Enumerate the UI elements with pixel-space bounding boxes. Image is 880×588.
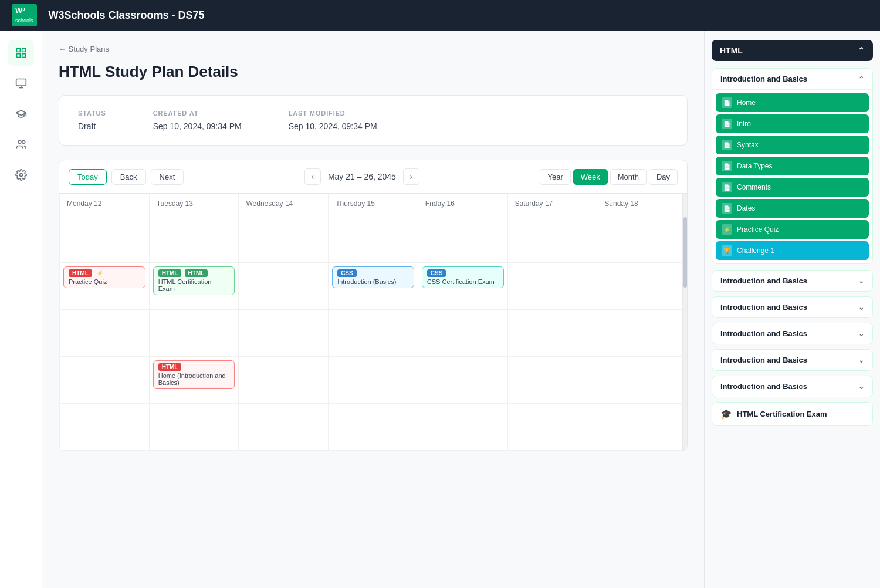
month-view-btn[interactable]: Month	[610, 169, 647, 185]
svg-point-7	[18, 140, 21, 143]
day-header-friday: Friday 16	[418, 194, 508, 214]
cell-friday-r1	[418, 214, 508, 263]
cert-icon: 🎓	[720, 408, 732, 420]
cell-sunday-r3	[597, 310, 687, 357]
cell-wednesday-r1	[239, 214, 329, 263]
sidebar-item-settings[interactable]	[8, 162, 34, 188]
collapsed-chevron-2: ⌄	[858, 303, 864, 312]
lesson-icon-comments: 📄	[722, 182, 732, 192]
calendar-toolbar: Today Back Next ‹ May 21 – 26, 2045 › Ye…	[59, 160, 687, 194]
cell-thursday-r1	[329, 214, 418, 263]
next-button[interactable]: Next	[151, 169, 184, 185]
cell-thursday-r4	[329, 357, 418, 404]
cell-tuesday-r4: HTML Home (Introduction and Basics)	[150, 357, 239, 404]
collapsed-title-1: Introduction and Basics	[720, 276, 807, 285]
lesson-icon-dates: 📄	[722, 203, 732, 214]
challenge-icon: 🏆	[722, 245, 732, 256]
cell-monday-r1	[60, 214, 150, 263]
module-item-intro[interactable]: 📄 Intro	[716, 114, 869, 133]
scrollbar-thumb[interactable]	[683, 217, 687, 288]
module-item-home[interactable]: 📄 Home	[716, 93, 869, 112]
cell-tuesday-r3	[150, 310, 239, 357]
cell-tuesday-r5	[150, 404, 239, 451]
item-label-quiz: Practice Quiz	[737, 225, 779, 234]
svg-rect-4	[16, 79, 26, 86]
collapsed-title-5: Introduction and Basics	[720, 382, 807, 391]
collapsed-module-3[interactable]: Introduction and Basics ⌄	[712, 323, 873, 344]
event-home-intro-basics[interactable]: HTML Home (Introduction and Basics)	[153, 360, 235, 389]
event-intro-basics[interactable]: CSS Introduction (Basics)	[332, 266, 414, 288]
collapsed-module-2[interactable]: Introduction and Basics ⌄	[712, 296, 873, 318]
date-range: May 21 – 26, 2045	[328, 172, 396, 181]
dropdown-chevron-icon: ⌃	[858, 46, 865, 55]
item-label-intro: Intro	[737, 120, 751, 128]
page-title: HTML Study Plan Details	[59, 63, 688, 81]
collapsed-module-4[interactable]: Introduction and Basics ⌄	[712, 349, 873, 371]
module-item-syntax[interactable]: 📄 Syntax	[716, 136, 869, 154]
today-button[interactable]: Today	[69, 169, 107, 185]
event-practice-quiz[interactable]: HTML ⚡ Practice Quiz	[63, 266, 145, 288]
module-item-comments[interactable]: 📄 Comments	[716, 178, 869, 197]
sidebar-item-grid[interactable]	[8, 40, 34, 66]
main-layout: ← Study Plans HTML Study Plan Details ST…	[0, 31, 880, 588]
prev-arrow[interactable]: ‹	[304, 168, 321, 185]
day-header-tuesday: Tuesday 13	[150, 194, 239, 214]
collapsed-module-5[interactable]: Introduction and Basics ⌄	[712, 376, 873, 397]
collapsed-title-2: Introduction and Basics	[720, 303, 807, 312]
collapsed-chevron-1: ⌄	[858, 277, 864, 285]
cell-wednesday-r4	[239, 357, 329, 404]
item-label-datatypes: Data Types	[737, 162, 772, 170]
item-label-comments: Comments	[737, 183, 771, 191]
cell-tuesday-r2: HTML HTML HTML Certification Exam	[150, 263, 239, 310]
sidebar-item-monitor[interactable]	[8, 70, 34, 96]
collapsed-module-1[interactable]: Introduction and Basics ⌄	[712, 270, 873, 292]
breadcrumb[interactable]: ← Study Plans	[59, 45, 688, 53]
cell-saturday-r3	[508, 310, 598, 357]
module-header-intro[interactable]: Introduction and Basics ⌃	[712, 69, 872, 90]
dropdown-label: HTML	[720, 46, 743, 55]
status-value: Draft	[78, 121, 106, 131]
module-items: 📄 Home 📄 Intro 📄 Syntax 📄 Data Types 📄	[712, 90, 872, 263]
modified-label: LAST MODIFIED	[289, 110, 377, 117]
cell-monday-r5	[60, 404, 150, 451]
module-item-datatypes[interactable]: 📄 Data Types	[716, 157, 869, 175]
module-item-quiz[interactable]: ⚡ Practice Quiz	[716, 220, 869, 239]
week-view-btn[interactable]: Week	[573, 169, 608, 185]
logo[interactable]: W³schools	[12, 4, 37, 26]
modified-value: Sep 10, 2024, 09:34 PM	[289, 121, 377, 131]
cell-wednesday-r2	[239, 263, 329, 310]
day-view-btn[interactable]: Day	[649, 169, 678, 185]
top-navigation: W³schools W3Schools Classrooms - DS75	[0, 0, 880, 31]
app-title: W3Schools Classrooms - DS75	[49, 9, 205, 22]
status-card: STATUS Draft CREATED AT Sep 10, 2024, 09…	[59, 95, 688, 146]
cell-friday-r2: CSS CSS Certification Exam	[418, 263, 508, 310]
event-css-cert-exam[interactable]: CSS CSS Certification Exam	[422, 266, 504, 288]
svg-rect-0	[16, 49, 20, 52]
sidebar-item-graduation[interactable]	[8, 101, 34, 127]
cell-saturday-r1	[508, 214, 598, 263]
cert-exam-item[interactable]: 🎓 HTML Certification Exam	[712, 402, 873, 426]
module-item-dates[interactable]: 📄 Dates	[716, 199, 869, 218]
back-button[interactable]: Back	[111, 169, 146, 185]
content-area: ← Study Plans HTML Study Plan Details ST…	[42, 31, 704, 588]
svg-rect-2	[16, 54, 20, 58]
day-header-thursday: Thursday 15	[329, 194, 418, 214]
sidebar-item-community[interactable]	[8, 131, 34, 157]
cell-sunday-r4	[597, 357, 687, 404]
event-html-cert-exam[interactable]: HTML HTML HTML Certification Exam	[153, 266, 235, 295]
module-title: Introduction and Basics	[720, 75, 807, 83]
module-item-challenge[interactable]: 🏆 Challenge 1	[716, 241, 869, 260]
next-arrow[interactable]: ›	[403, 168, 419, 185]
cell-thursday-r3	[329, 310, 418, 357]
html-dropdown[interactable]: HTML ⌃	[712, 40, 873, 61]
collapsed-chevron-5: ⌄	[858, 383, 864, 391]
year-view-btn[interactable]: Year	[540, 169, 570, 185]
cell-sunday-r5	[597, 404, 687, 451]
cell-saturday-r4	[508, 357, 598, 404]
item-label-home: Home	[737, 99, 756, 107]
calendar-card: Today Back Next ‹ May 21 – 26, 2045 › Ye…	[59, 160, 688, 451]
status-group: STATUS Draft	[78, 110, 106, 131]
item-label-dates: Dates	[737, 204, 755, 212]
cell-saturday-r2	[508, 263, 598, 310]
modified-group: LAST MODIFIED Sep 10, 2024, 09:34 PM	[289, 110, 377, 131]
